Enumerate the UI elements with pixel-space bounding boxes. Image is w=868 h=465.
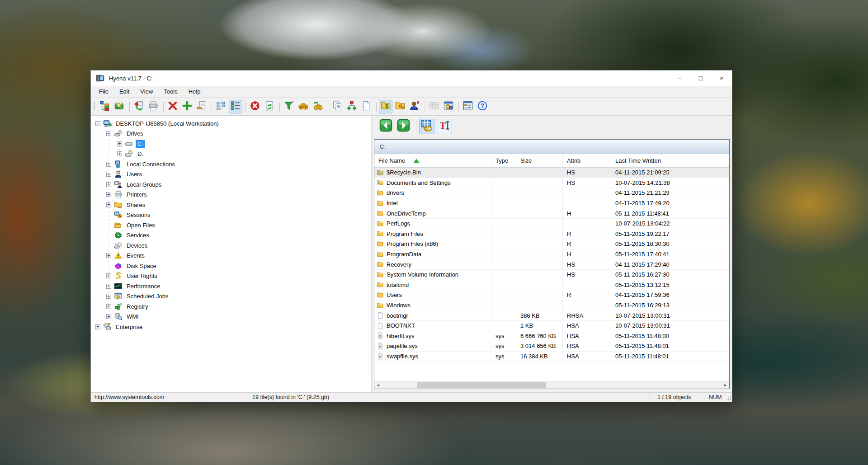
list-view-button[interactable] <box>229 100 242 113</box>
scrollbar-thumb[interactable] <box>417 382 546 388</box>
menu-item[interactable]: File <box>94 86 114 97</box>
grid-button[interactable] <box>427 100 441 113</box>
forward-button[interactable] <box>396 119 411 134</box>
tree-item[interactable]: Disk Space <box>91 261 371 271</box>
tree-item[interactable]: Performance <box>91 281 371 291</box>
expander-toggle[interactable] <box>106 253 111 258</box>
scroll-left-icon[interactable]: ◄ <box>374 381 382 389</box>
menu-item[interactable]: Help <box>183 86 206 97</box>
column-header[interactable]: Last Time Written <box>611 154 729 167</box>
expander-toggle[interactable] <box>106 294 111 299</box>
back-button[interactable] <box>378 119 393 134</box>
export-button[interactable] <box>132 100 146 113</box>
tree-item[interactable]: Events <box>91 251 371 261</box>
refresh-button[interactable] <box>263 100 276 113</box>
expander-toggle[interactable] <box>106 131 111 136</box>
permissions-button[interactable] <box>393 100 407 113</box>
column-header[interactable]: File Name <box>374 154 491 167</box>
tree-item[interactable]: Users <box>91 169 371 180</box>
text-toggle-button[interactable] <box>437 119 452 134</box>
user-account-button[interactable] <box>408 100 421 113</box>
file-row[interactable]: PerfLogs 10-07-2015 13:04:22 <box>374 219 729 229</box>
tree-item[interactable]: Services <box>91 230 371 241</box>
scheduler-button[interactable] <box>442 100 455 113</box>
expander-toggle[interactable] <box>106 202 111 207</box>
admin-shares-button[interactable] <box>379 100 392 113</box>
tree-item[interactable]: C: <box>91 139 371 149</box>
expander-toggle[interactable] <box>106 314 111 319</box>
file-row[interactable]: swapfile.sys sys 16 384 KB HSA 05-11-201… <box>374 352 729 362</box>
tree-item[interactable]: User Rights <box>91 271 371 282</box>
expander-toggle[interactable] <box>106 273 111 278</box>
expander-toggle[interactable] <box>117 141 122 146</box>
tree-item[interactable]: Local Groups <box>91 179 371 190</box>
file-row[interactable]: $Recycle.Bin HS 04-11-2015 21:09:25 <box>374 168 729 178</box>
tree-item[interactable]: D: <box>91 149 371 160</box>
expander-toggle[interactable] <box>106 192 111 197</box>
tree-item[interactable]: Shares <box>91 200 371 210</box>
browse-tool-button[interactable] <box>113 100 126 113</box>
tree-item[interactable]: Local Connections <box>91 159 371 169</box>
stop-button[interactable] <box>248 100 262 113</box>
scroll-right-icon[interactable]: ► <box>722 381 729 389</box>
file-row[interactable]: OneDriveTemp H 05-11-2015 11:48:41 <box>374 208 729 219</box>
close-button[interactable]: × <box>711 70 732 86</box>
expander-toggle[interactable] <box>117 151 122 156</box>
file-row[interactable]: bootmgr 386 KB RHSA 10-07-2015 13:00:31 <box>374 310 729 321</box>
tree-item[interactable]: Drives <box>91 129 371 139</box>
file-row[interactable]: totalcmd 05-11-2015 13:12:15 <box>374 280 729 291</box>
delete-button[interactable] <box>166 100 179 113</box>
tree-item[interactable]: Scheduled Jobs <box>91 291 371 302</box>
file-row[interactable]: Documents and Settings HS 10-07-2015 14:… <box>374 178 729 188</box>
column-header[interactable]: Attrib <box>563 154 611 167</box>
file-row[interactable]: Program Files R 05-11-2015 19:22:17 <box>374 229 729 240</box>
object-manager-button[interactable] <box>98 100 112 113</box>
menu-item[interactable]: Edit <box>114 86 135 97</box>
file-row[interactable]: drivers 04-11-2015 21:21:29 <box>374 188 729 198</box>
copy-button[interactable] <box>330 100 344 113</box>
file-row[interactable]: Windows 05-11-2015 16:29:13 <box>374 301 729 311</box>
file-row[interactable]: Program Files (x86) R 05-11-2015 18:30:3… <box>374 239 729 249</box>
tree-item[interactable]: Printers <box>91 190 371 200</box>
expander-toggle[interactable] <box>95 324 100 329</box>
file-row[interactable]: Users R 04-11-2015 17:59:36 <box>374 290 729 301</box>
new-report-button[interactable] <box>359 100 373 113</box>
file-row[interactable]: Intel 04-11-2015 17:49:20 <box>374 198 729 209</box>
file-row[interactable]: Recovery HS 04-11-2015 17:29:40 <box>374 259 729 270</box>
file-row[interactable]: ProgramData H 05-11-2015 17:40:41 <box>374 249 729 260</box>
resize-grip[interactable] <box>730 399 731 400</box>
column-header[interactable]: Type <box>491 154 516 167</box>
table-view-button[interactable] <box>419 119 434 134</box>
column-header[interactable]: Size <box>516 154 563 167</box>
tree-item[interactable]: Enterprise <box>91 322 371 332</box>
tree-item[interactable]: WMI <box>91 312 371 322</box>
maximize-button[interactable]: □ <box>690 70 711 86</box>
add-button[interactable] <box>180 100 194 113</box>
expander-toggle[interactable] <box>106 172 111 177</box>
find-button[interactable] <box>297 100 310 113</box>
filter-button[interactable] <box>282 100 296 113</box>
menu-item[interactable]: View <box>135 86 158 97</box>
tree-item[interactable]: Open Files <box>91 220 371 230</box>
file-row[interactable]: pagefile.sys sys 3 014 656 KB HSA 05-11-… <box>374 341 729 352</box>
object-view-button[interactable] <box>345 100 359 113</box>
icons-view-button[interactable] <box>214 100 228 113</box>
horizontal-scrollbar[interactable]: ◄ ► <box>374 381 729 389</box>
menu-item[interactable]: Tools <box>158 86 183 97</box>
file-row[interactable]: BOOTNXT 1 KB HSA 10-07-2015 13:00:31 <box>374 321 729 331</box>
find-next-button[interactable] <box>311 100 325 113</box>
tree-item[interactable]: Sessions <box>91 210 371 221</box>
tree-item[interactable]: Registry <box>91 301 371 312</box>
expander-toggle[interactable] <box>95 121 100 126</box>
options-button[interactable] <box>461 100 475 113</box>
expander-toggle[interactable] <box>106 182 111 187</box>
tree-item[interactable]: Devices <box>91 240 371 251</box>
file-row[interactable]: hiberfil.sys sys 6 666 760 KB HSA 05-11-… <box>374 331 729 342</box>
file-row[interactable]: System Volume Information HS 05-11-2015 … <box>374 270 729 280</box>
help-button[interactable] <box>476 100 489 113</box>
properties-button[interactable] <box>195 100 208 113</box>
expander-toggle[interactable] <box>106 284 111 289</box>
tree-item[interactable]: DESKTOP-IJ65850 (Local Workstation) <box>91 118 371 129</box>
expander-toggle[interactable] <box>106 162 111 167</box>
print-button[interactable] <box>146 100 160 113</box>
